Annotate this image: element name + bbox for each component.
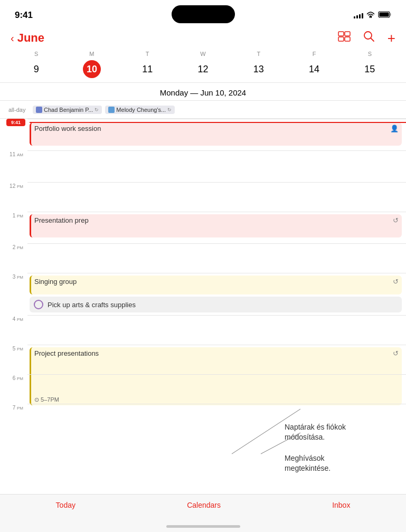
day-13[interactable]: 13 xyxy=(250,60,268,78)
slot-12pm: 12 PM xyxy=(0,182,406,212)
annotation-area: Naptárak és fiókokmódosítása. Meghívások… xyxy=(285,422,401,474)
annotation-lines xyxy=(200,380,406,459)
day-14[interactable]: 14 xyxy=(305,60,323,78)
event-project-presentations-icon: ↺ xyxy=(393,349,399,357)
event-presentation-prep-icon: ↺ xyxy=(393,216,399,224)
day-headers: S M T W T F S xyxy=(8,51,398,57)
label-7pm: 7 PM xyxy=(0,404,27,420)
day-label-s2: S xyxy=(342,51,398,57)
day-9[interactable]: 9 xyxy=(27,60,45,78)
day-11[interactable]: 11 xyxy=(138,60,156,78)
svg-rect-3 xyxy=(338,32,344,36)
day-label-f: F xyxy=(286,51,342,57)
slot-5pm: 5 PM Project presentations ↺ ⊙ 5–7PM xyxy=(0,345,406,374)
label-1pm: 1 PM xyxy=(0,212,27,243)
label-11am: 11 AM xyxy=(0,150,27,182)
timeline-inner: 9:41 10 AM Portfolio work session 👤 11 A… xyxy=(0,119,406,420)
refresh-icon-melody: ↻ xyxy=(167,107,172,112)
dynamic-island xyxy=(172,5,235,23)
day-numbers: 9 10 11 12 13 14 15 xyxy=(8,60,398,78)
event-presentation-prep[interactable]: Presentation prep ↺ xyxy=(30,214,402,238)
back-arrow[interactable]: ‹ xyxy=(11,32,14,44)
current-time-badge: 9:41 xyxy=(6,119,25,126)
line-1pm: Presentation prep ↺ xyxy=(27,212,406,243)
day-label-w: W xyxy=(175,51,231,57)
slot-11am: 11 AM xyxy=(0,150,406,182)
event-singing-group[interactable]: Singing group ↺ xyxy=(30,276,402,294)
line-11am xyxy=(27,150,406,182)
month-title[interactable]: June xyxy=(17,31,44,45)
signal-icon xyxy=(354,12,363,18)
svg-rect-1 xyxy=(390,13,391,16)
battery-icon xyxy=(378,11,391,20)
all-day-event-melody-text: Melody Cheung's... xyxy=(116,107,166,113)
all-day-label: all-day xyxy=(8,107,29,113)
reminder-circle xyxy=(34,300,43,309)
all-day-event-melody[interactable]: Melody Cheung's... ↻ xyxy=(105,106,175,114)
label-5pm: 5 PM xyxy=(0,345,27,374)
day-label-m: M xyxy=(64,51,119,57)
svg-rect-2 xyxy=(380,13,389,17)
current-time-line xyxy=(30,122,406,123)
svg-line-9 xyxy=(232,409,300,454)
day-12[interactable]: 12 xyxy=(194,60,212,78)
day-15[interactable]: 15 xyxy=(361,60,379,78)
all-day-row: all-day Chad Benjamin P... ↻ Melody Cheu… xyxy=(0,101,406,119)
status-icons xyxy=(354,11,391,20)
tab-today[interactable]: Today xyxy=(56,501,75,509)
header-icons: + xyxy=(338,31,395,45)
calendar-header: ‹ June + xyxy=(0,26,406,49)
svg-rect-6 xyxy=(345,37,350,41)
label-12pm: 12 PM xyxy=(0,182,27,212)
line-4pm xyxy=(27,315,406,345)
all-day-event-chad-text: Chad Benjamin P... xyxy=(44,107,93,113)
month-nav[interactable]: ‹ June xyxy=(11,31,44,45)
event-presentation-prep-title: Presentation prep xyxy=(34,216,89,224)
add-event-icon[interactable]: + xyxy=(388,31,395,45)
slot-4pm: 4 PM xyxy=(0,315,406,345)
search-icon[interactable] xyxy=(363,31,375,45)
event-project-presentations-title: Project presentations xyxy=(34,349,99,357)
svg-rect-4 xyxy=(345,32,350,36)
all-day-event-chad[interactable]: Chad Benjamin P... ↻ xyxy=(33,106,102,114)
line-2pm xyxy=(27,243,406,273)
wifi-icon xyxy=(366,12,375,20)
svg-line-8 xyxy=(371,39,374,42)
current-time-indicator: 9:41 xyxy=(0,119,406,126)
day-label-t2: T xyxy=(231,51,286,57)
refresh-icon-chad: ↻ xyxy=(95,107,99,112)
label-2pm: 2 PM xyxy=(0,243,27,273)
calendar-view-icon[interactable] xyxy=(338,31,351,45)
label-4pm: 4 PM xyxy=(0,315,27,345)
slot-1pm: 1 PM Presentation prep ↺ xyxy=(0,212,406,243)
svg-rect-5 xyxy=(338,37,344,41)
phone-frame: 9:41 ‹ June xyxy=(0,0,406,532)
line-5pm: Project presentations ↺ ⊙ 5–7PM xyxy=(27,345,406,374)
event-singing-group-icon: ↺ xyxy=(393,278,399,286)
tab-inbox[interactable]: Inbox xyxy=(332,501,350,509)
calendar-icon-melody xyxy=(108,107,115,113)
label-6pm: 6 PM xyxy=(0,374,27,404)
label-3pm: 3 PM xyxy=(0,273,27,315)
date-heading: Monday — Jun 10, 2024 xyxy=(0,83,406,101)
slot-2pm: 2 PM xyxy=(0,243,406,273)
status-time: 9:41 xyxy=(15,10,33,21)
day-label-t1: T xyxy=(120,51,175,57)
timeline: 9:41 10 AM Portfolio work session 👤 11 A… xyxy=(0,119,406,420)
tab-calendars[interactable]: Calendars xyxy=(187,501,221,509)
event-arts-crafts[interactable]: Pick up arts & crafts supplies xyxy=(30,297,402,312)
all-day-events: Chad Benjamin P... ↻ Melody Cheung's... … xyxy=(33,106,398,114)
line-12pm xyxy=(27,182,406,212)
week-view: S M T W T F S 9 10 11 12 13 14 15 xyxy=(0,49,406,83)
slot-3pm: 3 PM Singing group ↺ Pick up arts & craf… xyxy=(0,273,406,315)
day-label-s1: S xyxy=(8,51,64,57)
home-indicator xyxy=(166,525,240,528)
day-10-today[interactable]: 10 xyxy=(83,60,101,78)
event-arts-crafts-title: Pick up arts & crafts supplies xyxy=(48,301,136,309)
event-singing-group-title: Singing group xyxy=(34,278,77,286)
line-3pm: Singing group ↺ Pick up arts & crafts su… xyxy=(27,273,406,315)
svg-line-10 xyxy=(261,433,300,454)
calendar-icon-chad xyxy=(36,107,42,113)
